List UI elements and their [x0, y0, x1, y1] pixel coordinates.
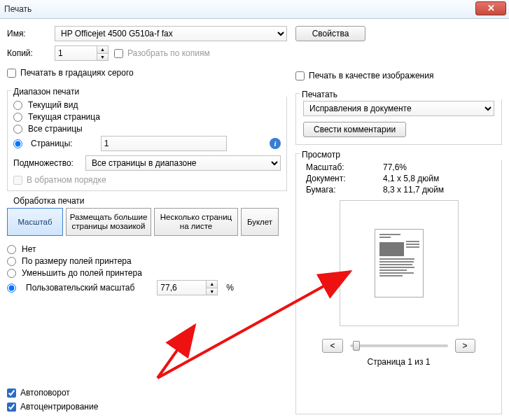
preview-page [375, 229, 424, 298]
custom-scale-input[interactable] [157, 280, 206, 295]
close-button[interactable]: ✕ [475, 1, 506, 15]
copies-up[interactable]: ▲ [97, 46, 108, 53]
range-current-page-radio[interactable] [13, 113, 22, 122]
slider-thumb[interactable] [353, 341, 360, 351]
range-current-view-radio[interactable] [13, 101, 22, 110]
page-info: Страница 1 из 1 [302, 357, 496, 367]
print-side-group-label: Печатать [300, 90, 506, 99]
scale-none-radio[interactable] [7, 245, 16, 254]
name-label: Имя: [7, 29, 49, 38]
subset-label: Подмножество: [13, 158, 80, 168]
tab-multi[interactable]: Несколько страниц на листе [154, 208, 238, 236]
range-group: Текущий вид Текущая страница Все страниц… [7, 90, 287, 191]
pages-input[interactable] [101, 136, 227, 151]
collate-checkbox[interactable]: Разобрать по копиям [114, 48, 210, 58]
preview-doc-value: 4,1 x 5,8 дюйм [383, 174, 439, 183]
right-pane: Свойства Печать в качестве изображения П… [295, 26, 502, 414]
handling-tabs: Масштаб Размещать большие страницы мозаи… [7, 208, 287, 236]
copies-input[interactable] [55, 46, 97, 61]
print-side-group: Исправления в документе Свести комментар… [295, 93, 502, 145]
print-dialog: Имя: HP Officejet 4500 G510a-f fax Копий… [0, 19, 509, 420]
comments-forms-select[interactable]: Исправления в документе [303, 101, 494, 116]
preview-paper-value: 8,3 x 11,7 дюйм [383, 185, 444, 195]
range-pages-radio[interactable] [13, 139, 22, 148]
preview-frame [340, 200, 459, 326]
grayscale-checkbox[interactable]: Печатать в градациях серого [7, 68, 287, 78]
preview-slider[interactable] [350, 344, 448, 347]
custom-scale-spinner[interactable]: ▲▼ [157, 280, 218, 295]
preview-group-label: Просмотр [300, 150, 506, 160]
range-all-pages-radio[interactable] [13, 125, 22, 134]
scale-custom-radio[interactable] [7, 284, 16, 293]
handling-group: Масштаб Размещать большие страницы мозаи… [7, 200, 287, 298]
preview-next-button[interactable]: > [455, 339, 475, 353]
info-icon[interactable]: i [270, 138, 281, 149]
range-group-label: Диапазон печати [11, 87, 291, 97]
copies-spinner[interactable]: ▲▼ [55, 46, 109, 61]
scale-down[interactable]: ▼ [207, 288, 217, 295]
flatten-comments-button[interactable]: Свести комментарии [303, 122, 406, 137]
printer-select[interactable]: HP Officejet 4500 G510a-f fax [55, 26, 287, 41]
reverse-order-checkbox: В обратном порядке [13, 175, 281, 185]
preview-nav: < > [302, 339, 496, 353]
printer-name-row: Имя: HP Officejet 4500 G510a-f fax [7, 26, 287, 41]
autocenter-checkbox[interactable]: Автоцентрирование [7, 402, 287, 412]
tab-tile[interactable]: Размещать большие страницы мозаикой [66, 208, 151, 236]
autorotate-checkbox[interactable]: Автоповорот [7, 388, 287, 398]
copies-row: Копий: ▲▼ Разобрать по копиям [7, 46, 287, 61]
handling-group-label: Обработка печати [11, 196, 291, 206]
tab-booklet[interactable]: Буклет [241, 208, 279, 236]
tab-scale[interactable]: Масштаб [7, 208, 63, 236]
print-as-image-checkbox[interactable]: Печать в качестве изображения [295, 71, 502, 80]
preview-prev-button[interactable]: < [322, 339, 342, 353]
properties-button[interactable]: Свойства [295, 26, 365, 41]
copies-label: Копий: [7, 48, 49, 58]
scale-up[interactable]: ▲ [207, 281, 217, 288]
scale-shrink-radio[interactable] [7, 269, 16, 278]
titlebar: Печать ✕ [0, 0, 509, 19]
scale-fit-radio[interactable] [7, 257, 16, 266]
copies-down[interactable]: ▼ [97, 53, 108, 60]
subset-select[interactable]: Все страницы в диапазоне [85, 155, 281, 171]
window-title: Печать [4, 4, 32, 14]
preview-group: Масштаб:77,6% Документ:4,1 x 5,8 дюйм Бу… [295, 153, 502, 414]
preview-scale-value: 77,6% [383, 162, 407, 172]
left-pane: Имя: HP Officejet 4500 G510a-f fax Копий… [7, 26, 287, 414]
